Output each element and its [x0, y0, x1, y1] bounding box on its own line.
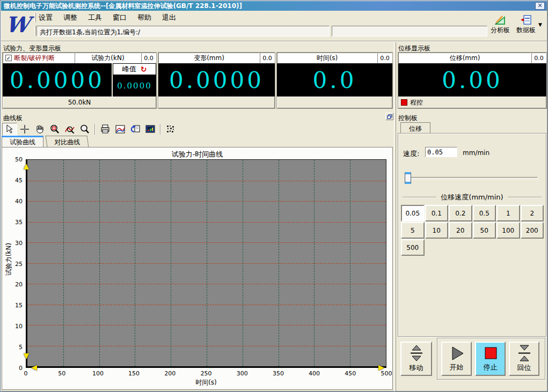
app-logo: W — [4, 12, 33, 39]
menu-item-help[interactable]: 帮助 — [137, 13, 151, 23]
force-aux-value: 0.0 — [141, 53, 156, 63]
displacement-header: 位移(mm) — [398, 53, 531, 63]
curve-tabs: 试验曲线 对比曲线 — [2, 136, 88, 147]
speed-preset-200[interactable]: 200 — [521, 222, 544, 239]
cursor-tool-button[interactable] — [2, 123, 17, 136]
y-tick-label: 45 — [15, 176, 23, 183]
menu-item-tools[interactable]: 工具 — [88, 13, 102, 23]
plot-area[interactable] — [26, 159, 386, 368]
zoom-region-tool-button[interactable] — [47, 123, 62, 136]
y-tick-label: 0 — [19, 365, 23, 372]
play-icon — [449, 345, 465, 361]
peak-refresh-icon: ↻ — [141, 65, 147, 73]
y-tick-label: 25 — [15, 260, 23, 267]
menu-item-exit[interactable]: 退出 — [162, 13, 176, 23]
chart-title: 试验力-时间曲线 — [2, 150, 392, 159]
v-gridline — [243, 160, 243, 366]
pan-tool-button[interactable] — [32, 123, 47, 136]
curve-style-button[interactable] — [113, 123, 128, 136]
start-button[interactable]: 开始 — [441, 342, 472, 376]
menu-item-window[interactable]: 窗口 — [113, 13, 127, 23]
zoom-out-tool-button[interactable] — [77, 123, 92, 136]
stop-button[interactable]: 停止 — [475, 342, 506, 376]
analysis-triangle-pencil-icon — [494, 14, 506, 25]
menu-grip — [34, 13, 36, 23]
close-icon: ✕ — [537, 2, 542, 9]
y-tick-label: 40 — [15, 197, 23, 204]
y-tick-label: 35 — [15, 218, 23, 225]
display-screen-icon — [145, 124, 155, 134]
toolbar-zone: W 设置 调整 工具 窗口 帮助 退出 共打开数据1条,当前位置为1,编号:/ … — [1, 11, 547, 41]
x-tick-label: 0 — [24, 370, 28, 377]
start-label: 开始 — [450, 363, 464, 372]
zoom-out-icon — [80, 124, 90, 134]
status-message: 共打开数据1条,当前位置为1,编号:/ — [36, 26, 330, 36]
tab-compare-curve[interactable]: 对比曲线 — [46, 136, 89, 147]
crosshair-icon — [20, 124, 30, 134]
crosshair-tool-button[interactable] — [17, 123, 32, 136]
program-control-indicator-icon — [401, 99, 407, 106]
control-panel-title: 控制板 — [398, 114, 418, 123]
speed-preset-20[interactable]: 20 — [449, 222, 472, 239]
speed-preset-100[interactable]: 100 — [496, 222, 520, 239]
chart-area: 试验力-时间曲线 试验力(kN) 05101520253035404550 05… — [2, 147, 393, 390]
x-tick-label: 150 — [128, 370, 140, 377]
time-footer — [277, 97, 392, 108]
peak-reset-button[interactable]: 峰值 ↻ — [113, 63, 156, 75]
speed-preset-0.2[interactable]: 0.2 — [449, 205, 472, 221]
menu-item-settings[interactable]: 设置 — [39, 13, 53, 23]
speed-group-label: 位移速度(mm/min) — [441, 193, 503, 202]
title-bar: 微机控制电子万能试验机测控系统--[金属材料室温拉伸试验(GB/T 228.1-… — [1, 1, 547, 11]
speed-preset-50[interactable]: 50 — [473, 222, 496, 239]
x-axis-label: 时间(s) — [26, 378, 386, 387]
speed-preset-10[interactable]: 10 — [425, 222, 449, 239]
slider-thumb[interactable] — [405, 172, 411, 184]
cursor-icon — [5, 124, 14, 134]
tab-test-curve[interactable]: 试验曲线 — [2, 136, 43, 147]
y-tick-label: 10 — [15, 323, 23, 330]
speed-label: 速度: — [403, 149, 419, 159]
return-button[interactable]: 回位 — [509, 342, 539, 376]
slider-track[interactable] — [405, 177, 538, 179]
barcode-icon — [166, 124, 176, 134]
speed-preset-0.1[interactable]: 0.1 — [425, 205, 449, 221]
v-gridline — [207, 160, 207, 366]
displacement-display-block: 位移(mm) 0.0 0.00 程控 — [398, 52, 547, 109]
break-judge-checkbox[interactable]: ✓ — [5, 55, 12, 61]
app-window: 微机控制电子万能试验机测控系统--[金属材料室温拉伸试验(GB/T 228.1-… — [0, 0, 548, 392]
menu-item-adjust[interactable]: 调整 — [63, 13, 77, 23]
speed-preset-1[interactable]: 1 — [496, 205, 520, 221]
move-button[interactable]: 移动 — [400, 342, 432, 376]
vertical-splitter[interactable] — [394, 42, 396, 391]
x-tick-label: 200 — [164, 370, 176, 377]
data-board-button[interactable]: 数据板 — [513, 14, 539, 38]
data-board-label: 数据板 — [516, 26, 536, 34]
display-board-button[interactable] — [143, 123, 158, 136]
print-button[interactable] — [98, 123, 113, 136]
tab-displacement-control[interactable]: 位移 — [400, 122, 430, 134]
speed-slider[interactable] — [405, 172, 538, 184]
speed-preset-500[interactable]: 500 — [401, 239, 425, 256]
v-gridline — [279, 160, 279, 366]
x-tick-label: 50 — [58, 370, 65, 377]
move-label: 移动 — [410, 363, 423, 373]
status-secondary — [332, 26, 487, 36]
close-button[interactable]: ✕ — [535, 2, 545, 10]
barcode-button[interactable] — [163, 123, 178, 136]
displacement-value-display: 0.00 — [398, 63, 546, 97]
speed-preset-5[interactable]: 5 — [401, 222, 425, 239]
speed-preset-0.5[interactable]: 0.5 — [473, 205, 496, 221]
time-value-display: 0.0 — [277, 63, 392, 97]
speed-preset-0.05[interactable]: 0.05 — [401, 205, 425, 221]
x-tick-label: 250 — [201, 370, 212, 377]
speed-input[interactable] — [425, 147, 457, 157]
speed-preset-2[interactable]: 2 — [521, 205, 544, 221]
toolbar-dropdown-icon[interactable]: ▼ — [538, 22, 542, 27]
restore-panel-button[interactable] — [385, 113, 393, 120]
copy-curve-button[interactable] — [128, 123, 143, 136]
time-header: 时间(s) — [277, 53, 377, 63]
zoom-curve-tool-button[interactable] — [62, 123, 77, 136]
analysis-board-button[interactable]: 分析板 — [487, 14, 513, 38]
break-judge-checkbox-cell[interactable]: ✓ 断裂/破碎判断 — [3, 53, 75, 63]
y-tick-label: 30 — [15, 239, 23, 246]
